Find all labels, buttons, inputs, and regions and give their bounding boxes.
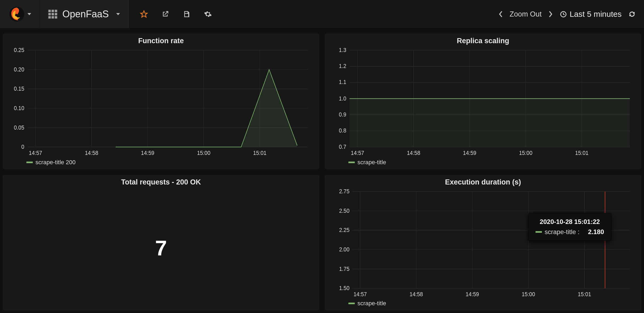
- legend-label: scrape-title 200: [35, 159, 75, 166]
- svg-rect-7: [55, 13, 57, 15]
- svg-text:1.2: 1.2: [339, 63, 346, 69]
- caret-down-icon: [116, 13, 120, 15]
- gear-icon[interactable]: [204, 10, 212, 18]
- tooltip-value: 2.180: [588, 228, 604, 236]
- svg-text:0.05: 0.05: [14, 124, 24, 131]
- svg-text:0.10: 0.10: [14, 105, 24, 111]
- legend-swatch-icon: [26, 162, 33, 163]
- svg-text:15:00: 15:00: [519, 150, 532, 156]
- svg-text:14:57: 14:57: [353, 291, 367, 297]
- svg-text:0.7: 0.7: [339, 143, 346, 150]
- star-icon[interactable]: [140, 10, 148, 18]
- svg-rect-5: [49, 13, 51, 15]
- legend-swatch-icon: [348, 303, 355, 304]
- legend-label: scrape-title: [357, 300, 386, 307]
- svg-text:14:58: 14:58: [85, 150, 98, 156]
- dashboard-grid: Function rate 0 0.05 0.10: [0, 29, 644, 313]
- svg-text:1.3: 1.3: [339, 47, 346, 53]
- svg-text:14:59: 14:59: [463, 150, 476, 156]
- svg-text:0.15: 0.15: [14, 85, 24, 92]
- svg-text:2.25: 2.25: [339, 227, 349, 233]
- time-range-picker[interactable]: Last 5 minutes: [560, 10, 622, 19]
- chevron-left-icon[interactable]: [498, 10, 503, 18]
- svg-text:14:59: 14:59: [466, 291, 479, 297]
- header-left: OpenFaaS: [0, 0, 212, 28]
- grafana-logo-icon: [9, 6, 25, 22]
- dashboard-picker[interactable]: OpenFaaS: [40, 0, 129, 28]
- svg-text:1.50: 1.50: [339, 285, 349, 291]
- tooltip-series-label: scrape-title :: [545, 228, 579, 236]
- svg-text:2.00: 2.00: [339, 246, 349, 252]
- svg-text:14:58: 14:58: [407, 150, 420, 156]
- toolbar: [129, 10, 212, 18]
- svg-text:2.50: 2.50: [339, 207, 349, 214]
- clock-icon: [560, 11, 567, 18]
- chart-tooltip: 2020-10-28 15:01:22 scrape-title : 2.180: [528, 213, 611, 241]
- caret-down-icon: [27, 13, 31, 15]
- singlestat: 7: [3, 188, 319, 308]
- svg-marker-11: [141, 11, 147, 17]
- time-range-label: Last 5 minutes: [570, 10, 622, 19]
- svg-text:14:57: 14:57: [29, 150, 42, 156]
- svg-rect-8: [49, 16, 51, 19]
- panel-replica-scaling[interactable]: Replica scaling 0.7 0.8 0.9 1.0: [325, 34, 641, 169]
- svg-text:1.1: 1.1: [339, 79, 346, 85]
- zoom-out-button[interactable]: Zoom Out: [510, 10, 542, 18]
- svg-rect-2: [49, 10, 51, 12]
- svg-rect-4: [55, 10, 57, 12]
- svg-rect-6: [52, 13, 54, 15]
- panel-execution-duration[interactable]: Execution duration (s) 1.50 1.75 2.00 2.…: [325, 175, 641, 310]
- svg-text:14:57: 14:57: [351, 150, 364, 156]
- svg-text:15:00: 15:00: [197, 150, 210, 156]
- legend-swatch-icon: [536, 231, 542, 233]
- legend-label: scrape-title: [357, 159, 386, 166]
- svg-text:1.75: 1.75: [339, 265, 349, 272]
- legend: scrape-title 200: [3, 156, 319, 167]
- panel-total-requests[interactable]: Total requests - 200 OK 7: [3, 175, 319, 310]
- svg-text:1.0: 1.0: [339, 95, 346, 102]
- svg-text:15:00: 15:00: [522, 291, 535, 297]
- svg-rect-10: [55, 16, 57, 19]
- svg-text:15:01: 15:01: [575, 150, 589, 156]
- svg-text:0.20: 0.20: [14, 66, 24, 73]
- panel-title: Total requests - 200 OK: [3, 178, 319, 188]
- panel-title: Replica scaling: [325, 37, 641, 47]
- chart-function-rate[interactable]: 0 0.05 0.10 0.15 0.20 0.25 14:57 14:58 1…: [9, 47, 313, 156]
- svg-text:0.9: 0.9: [339, 111, 346, 118]
- dashboard-title: OpenFaaS: [62, 9, 109, 20]
- svg-text:15:01: 15:01: [253, 150, 267, 156]
- legend-swatch-icon: [348, 162, 355, 163]
- chart-execution-duration[interactable]: 1.50 1.75 2.00 2.25 2.50 2.75 14:57 14:5…: [331, 188, 635, 298]
- svg-text:2.75: 2.75: [339, 188, 349, 195]
- panel-title: Function rate: [3, 37, 319, 47]
- svg-text:15:01: 15:01: [578, 291, 591, 297]
- svg-text:0.25: 0.25: [14, 47, 24, 53]
- svg-text:0.8: 0.8: [339, 127, 346, 134]
- refresh-icon[interactable]: [628, 10, 636, 18]
- legend: scrape-title: [325, 156, 641, 167]
- save-icon[interactable]: [183, 10, 191, 18]
- header-right: Zoom Out Last 5 minutes: [498, 10, 644, 19]
- legend: scrape-title: [325, 297, 641, 308]
- tooltip-timestamp: 2020-10-28 15:01:22: [536, 218, 604, 226]
- grafana-menu[interactable]: [0, 0, 40, 28]
- top-header: OpenFaaS Zoom Out: [0, 0, 644, 29]
- svg-rect-9: [52, 16, 54, 19]
- chevron-right-icon[interactable]: [548, 10, 553, 18]
- panel-function-rate[interactable]: Function rate 0 0.05 0.10: [3, 34, 319, 169]
- singlestat-value: 7: [155, 236, 167, 260]
- svg-text:14:59: 14:59: [141, 150, 154, 156]
- share-icon[interactable]: [161, 10, 169, 18]
- svg-text:14:58: 14:58: [410, 291, 423, 297]
- svg-point-1: [15, 14, 17, 16]
- chart-replica-scaling[interactable]: 0.7 0.8 0.9 1.0 1.1 1.2 1.3 14:57 14:58 …: [331, 47, 635, 156]
- panel-title: Execution duration (s): [325, 178, 641, 188]
- dashboard-grid-icon: [48, 9, 58, 19]
- svg-text:0: 0: [21, 143, 24, 150]
- svg-rect-3: [52, 10, 54, 12]
